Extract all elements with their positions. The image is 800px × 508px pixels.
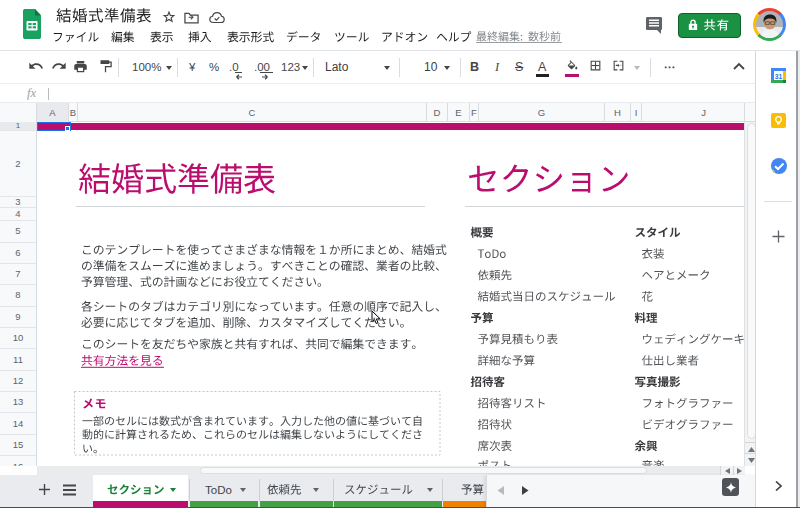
svg-text:31: 31 [775, 73, 783, 80]
